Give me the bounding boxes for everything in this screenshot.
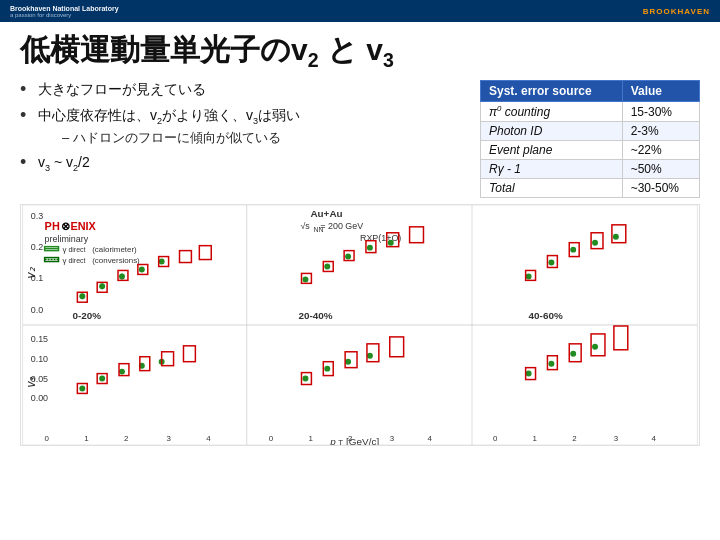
table-cell-source: Event plane [481, 141, 623, 160]
table-row: π0 counting15-30% [481, 102, 700, 122]
table-cell-source: Total [481, 179, 623, 198]
svg-text:3: 3 [167, 434, 172, 443]
svg-point-100 [324, 366, 330, 372]
lab-name: Brookhaven National Laboratory [10, 5, 119, 12]
svg-text:0.2: 0.2 [31, 242, 43, 252]
svg-text:2: 2 [572, 434, 576, 443]
svg-text:√s: √s [300, 221, 310, 231]
svg-text:0: 0 [45, 434, 50, 443]
table-cell-value: ~22% [622, 141, 699, 160]
table-cell-source: π0 counting [481, 102, 623, 122]
svg-text:1: 1 [308, 434, 313, 443]
svg-text:2: 2 [124, 434, 128, 443]
svg-point-99 [302, 376, 308, 382]
table-header-value: Value [622, 81, 699, 102]
page-title: 低横運動量単光子のv2 と v3 [20, 30, 700, 72]
main-content: 低横運動量単光子のv2 と v3 • 大きなフローが見えている • 中心度依存性… [0, 22, 720, 453]
svg-text:1: 1 [533, 434, 538, 443]
svg-point-69 [345, 254, 351, 260]
svg-text:ENIX: ENIX [70, 220, 96, 232]
svg-point-101 [345, 359, 351, 365]
bullet-2: • 中心度依存性は、v2がより強く、v3は弱い ハドロンのフローに傾向が似ている [20, 106, 464, 148]
svg-point-108 [526, 371, 532, 377]
svg-text:4: 4 [427, 434, 432, 443]
svg-text:γ: γ [62, 245, 66, 254]
svg-text:4: 4 [652, 434, 657, 443]
svg-text:0-20%: 0-20% [72, 310, 101, 321]
bullet-dot-2: • [20, 106, 34, 124]
svg-point-67 [302, 276, 308, 282]
svg-text:4: 4 [206, 434, 211, 443]
table-cell-value: 2-3% [622, 122, 699, 141]
svg-text:20-40%: 20-40% [299, 310, 333, 321]
table-cell-value: ~50% [622, 160, 699, 179]
svg-point-110 [570, 351, 576, 357]
svg-text:(calorimeter): (calorimeter) [92, 245, 137, 254]
table-cell-source: Rγ - 1 [481, 160, 623, 179]
svg-point-111 [592, 344, 598, 350]
bullet-dot-3: • [20, 153, 34, 171]
bullets-section: • 大きなフローが見えている • 中心度依存性は、v2がより強く、v3は弱い ハ… [20, 80, 464, 198]
svg-text:⊗: ⊗ [61, 220, 70, 232]
svg-point-109 [548, 361, 554, 367]
svg-text:[GeV/c]: [GeV/c] [346, 436, 379, 446]
svg-text:(conversions): (conversions) [92, 256, 140, 265]
lab-subtitle: a passion for discovery [10, 12, 119, 18]
bullet-1: • 大きなフローが見えている [20, 80, 464, 100]
svg-text:PH: PH [45, 220, 60, 232]
svg-text:direct: direct [68, 257, 85, 264]
svg-text:v₂: v₂ [24, 266, 38, 278]
svg-point-80 [570, 247, 576, 253]
svg-point-68 [324, 264, 330, 270]
syst-table-container: Syst. error source Value π0 counting15-3… [480, 80, 700, 198]
table-cell-value: ~30-50% [622, 179, 699, 198]
table-row: Total~30-50% [481, 179, 700, 198]
svg-text:0.15: 0.15 [31, 334, 48, 344]
svg-point-81 [592, 240, 598, 246]
svg-point-70 [367, 245, 373, 251]
svg-text:Au+Au: Au+Au [310, 208, 342, 219]
svg-text:= 200 GeV: = 200 GeV [320, 221, 363, 231]
table-header-source: Syst. error source [481, 81, 623, 102]
table-cell-value: 15-30% [622, 102, 699, 122]
svg-point-58 [139, 266, 145, 272]
syst-error-table: Syst. error source Value π0 counting15-3… [480, 80, 700, 198]
svg-point-89 [99, 376, 105, 382]
svg-point-102 [367, 353, 373, 359]
sub-bullet-2: ハドロンのフローに傾向が似ている [62, 129, 300, 147]
svg-text:0: 0 [493, 434, 498, 443]
svg-text:direct: direct [68, 246, 85, 253]
svg-point-78 [526, 273, 532, 279]
table-row: Photon ID2-3% [481, 122, 700, 141]
bullet-text-2: 中心度依存性は、v2がより強く、v3は弱い ハドロンのフローに傾向が似ている [38, 106, 300, 148]
svg-point-90 [119, 369, 125, 375]
svg-point-71 [388, 240, 394, 246]
svg-text:0.3: 0.3 [31, 211, 43, 221]
svg-text:0.00: 0.00 [31, 393, 48, 403]
svg-text:0.0: 0.0 [31, 305, 43, 315]
header-bar: Brookhaven National Laboratory a passion… [0, 0, 720, 22]
bullet-text-1: 大きなフローが見えている [38, 80, 206, 100]
svg-point-79 [548, 260, 554, 266]
bullet-text-3: v3 ~ v2/2 [38, 153, 90, 175]
svg-text:p: p [329, 436, 336, 446]
table-row: Rγ - 1~50% [481, 160, 700, 179]
logo-text: BROOKHAVEN [643, 7, 710, 16]
svg-text:3: 3 [614, 434, 619, 443]
svg-text:40-60%: 40-60% [529, 310, 563, 321]
svg-point-88 [79, 385, 85, 391]
svg-text:0.10: 0.10 [31, 354, 48, 364]
svg-point-59 [159, 259, 165, 265]
svg-text:T: T [338, 438, 343, 446]
chart-area: 0.3 0.2 0.1 0.0 v₂ 0.15 0.10 0.05 0.00 v… [20, 204, 700, 449]
svg-text:1: 1 [84, 434, 89, 443]
svg-text:3: 3 [390, 434, 395, 443]
table-cell-source: Photon ID [481, 122, 623, 141]
svg-text:preliminary: preliminary [45, 234, 89, 244]
brookhaven-logo: BROOKHAVEN [643, 7, 710, 16]
bullet-dot-1: • [20, 80, 34, 98]
svg-text:v₃: v₃ [24, 376, 38, 388]
svg-text:γ: γ [62, 256, 66, 265]
bullet-3: • v3 ~ v2/2 [20, 153, 464, 175]
content-row: • 大きなフローが見えている • 中心度依存性は、v2がより強く、v3は弱い ハ… [20, 80, 700, 198]
